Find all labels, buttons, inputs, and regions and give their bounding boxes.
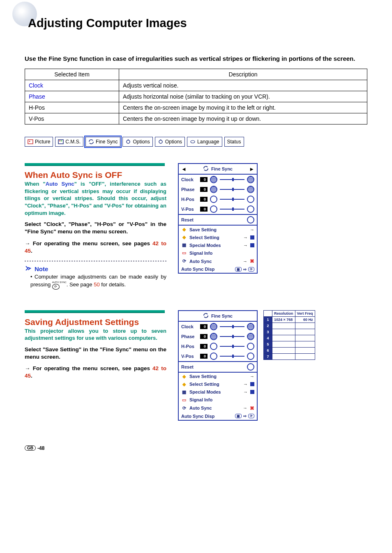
auto-sync-link[interactable]: Auto Sync bbox=[46, 181, 74, 187]
osd-title-bar: ◄ Fine Sync ► bbox=[179, 164, 257, 175]
right-arrow-icon: ⇨ bbox=[243, 267, 247, 272]
language-icon bbox=[190, 139, 196, 145]
page-footer: GB -48 bbox=[25, 445, 367, 451]
osd-phase[interactable]: Phase0 bbox=[179, 332, 257, 341]
disp-icon: ▦ bbox=[235, 267, 242, 272]
sig-freq: 60 Hz bbox=[295, 316, 315, 323]
sync-icon: ⟳ bbox=[181, 258, 187, 264]
sig-row-num: 2 bbox=[264, 323, 272, 329]
sig-res: 1024 × 768 bbox=[272, 316, 295, 323]
clock-icon bbox=[247, 176, 254, 183]
phase-icon bbox=[210, 186, 217, 193]
picture-icon bbox=[28, 139, 33, 145]
clock-icon bbox=[210, 323, 217, 330]
right-arrow-icon: ⇨ bbox=[243, 414, 247, 418]
table-row: V-Pos Centers the on-screen image by mov… bbox=[25, 113, 367, 124]
osd-reset[interactable]: Reset bbox=[179, 362, 257, 372]
square-icon bbox=[250, 235, 254, 240]
section2-instr2: → For operating the menu screen, see pag… bbox=[25, 365, 166, 380]
osd-auto-sync[interactable]: ⟳Auto Sync→✖ bbox=[179, 257, 257, 265]
osd-reset[interactable]: Reset bbox=[179, 215, 257, 225]
osd-signal-info[interactable]: ▭Signal Info bbox=[179, 249, 257, 257]
right-arrow-icon: → bbox=[243, 389, 248, 394]
tab-options-2[interactable]: Options bbox=[155, 137, 185, 147]
osd-save-setting[interactable]: ◆Save Setting→ bbox=[179, 226, 257, 233]
tab-status[interactable]: Status bbox=[224, 137, 244, 147]
osd-select-setting[interactable]: ◆Select Setting→ bbox=[179, 233, 257, 241]
square-icon bbox=[250, 390, 254, 394]
osd-auto-sync-disp[interactable]: Auto Sync Disp▦⇨⟳ bbox=[179, 265, 257, 273]
desc-clock: Adjusts vertical noise. bbox=[119, 80, 367, 91]
signal-table: ResolutionVert Freq 11024 × 76860 Hz 2 3… bbox=[263, 310, 315, 360]
osd-clock[interactable]: Clock0 bbox=[179, 322, 257, 332]
osd-save-setting[interactable]: ◆Save Setting→ bbox=[179, 373, 257, 380]
item-hpos: H-Pos bbox=[25, 102, 119, 113]
vpos-icon bbox=[210, 205, 217, 213]
sync-icon bbox=[88, 139, 94, 145]
page-number: -48 bbox=[37, 445, 44, 451]
osd-select-setting[interactable]: ◆Select Setting→ bbox=[179, 380, 257, 388]
section1-instr1: Select "Clock", "Phase", "H-Pos" or "V-P… bbox=[25, 221, 166, 235]
settings-table: Selected Item Description Clock Adjusts … bbox=[25, 69, 367, 124]
tab-language[interactable]: Language bbox=[187, 137, 222, 147]
left-arrow-icon: ◄ bbox=[181, 166, 187, 172]
phase-icon bbox=[247, 333, 254, 340]
page-50-link[interactable]: 50 bbox=[94, 281, 99, 288]
tab-fine-sync[interactable]: Fine Sync bbox=[85, 137, 120, 147]
th-selected: Selected Item bbox=[25, 69, 119, 80]
osd-special-modes[interactable]: ▦Special Modes→ bbox=[179, 241, 257, 249]
diamond-icon: ◆ bbox=[181, 227, 187, 232]
diamond-icon: ◆ bbox=[181, 382, 187, 387]
disp-icon: ▦ bbox=[235, 414, 242, 418]
right-arrow-icon: → bbox=[250, 374, 254, 379]
sync-icon: ⟳ bbox=[181, 406, 187, 411]
osd-auto-sync[interactable]: ⟳Auto Sync→✖ bbox=[179, 404, 257, 412]
item-phase[interactable]: Phase bbox=[25, 91, 119, 102]
osd-clock[interactable]: Clock0 bbox=[179, 175, 257, 184]
section-bar bbox=[25, 310, 165, 313]
tab-label: Picture bbox=[35, 139, 50, 145]
osd-hpos[interactable]: H-Pos0 bbox=[179, 194, 257, 204]
reset-icon bbox=[247, 363, 254, 371]
cms-icon bbox=[58, 139, 64, 145]
osd-title: Fine Sync bbox=[211, 313, 233, 318]
section2-desc: This projector allows you to store up to… bbox=[25, 327, 166, 342]
osd-special-modes[interactable]: ▦Special Modes→ bbox=[179, 388, 257, 396]
tab-label: Language bbox=[197, 139, 219, 145]
diamond-icon: ◆ bbox=[181, 235, 187, 240]
osd-phase[interactable]: Phase0 bbox=[179, 184, 257, 194]
osd-hpos[interactable]: H-Pos0 bbox=[179, 341, 257, 351]
hpos-icon bbox=[210, 196, 217, 203]
table-row: H-Pos Centers the on-screen image by mov… bbox=[25, 102, 367, 113]
svg-rect-4 bbox=[61, 141, 62, 141]
options-icon bbox=[158, 139, 164, 145]
x-icon: ✖ bbox=[250, 405, 254, 411]
osd-title: Fine Sync bbox=[211, 166, 233, 171]
tab-options-1[interactable]: Options bbox=[122, 137, 152, 147]
sig-row-num: 5 bbox=[264, 341, 272, 347]
osd-vpos[interactable]: V-Pos0 bbox=[179, 351, 257, 361]
section-heading-auto-sync-off: When Auto Sync is OFF bbox=[25, 170, 166, 180]
osd-auto-sync-disp[interactable]: Auto Sync Disp▦⇨⟳ bbox=[179, 412, 257, 420]
tab-label: C.M.S. bbox=[65, 139, 81, 145]
osd-vpos[interactable]: V-Pos0 bbox=[179, 204, 257, 214]
item-clock[interactable]: Clock bbox=[25, 80, 119, 91]
section1-instr2: → For operating the menu screen, see pag… bbox=[25, 240, 166, 255]
section-bar bbox=[25, 163, 165, 166]
section1-desc: When "Auto Sync" is "OFF", interference … bbox=[25, 180, 166, 217]
phase-icon bbox=[247, 186, 254, 193]
phase-icon bbox=[210, 333, 217, 340]
osd-signal-info[interactable]: ▭Signal Info bbox=[179, 396, 257, 404]
svg-rect-0 bbox=[28, 140, 33, 144]
svg-point-9 bbox=[191, 141, 195, 143]
note-icon bbox=[25, 265, 33, 273]
right-arrow-icon: → bbox=[243, 259, 247, 264]
tab-picture[interactable]: Picture bbox=[25, 137, 53, 147]
table-row: Phase Adjusts horizontal noise (similar … bbox=[25, 91, 367, 102]
sync-icon bbox=[203, 166, 209, 172]
sig-h1: Resolution bbox=[272, 310, 295, 316]
right-arrow-icon: → bbox=[243, 235, 248, 240]
sig-row-num: 7 bbox=[264, 353, 272, 359]
tab-cms[interactable]: C.M.S. bbox=[55, 137, 83, 147]
modes-icon: ▦ bbox=[181, 242, 187, 248]
